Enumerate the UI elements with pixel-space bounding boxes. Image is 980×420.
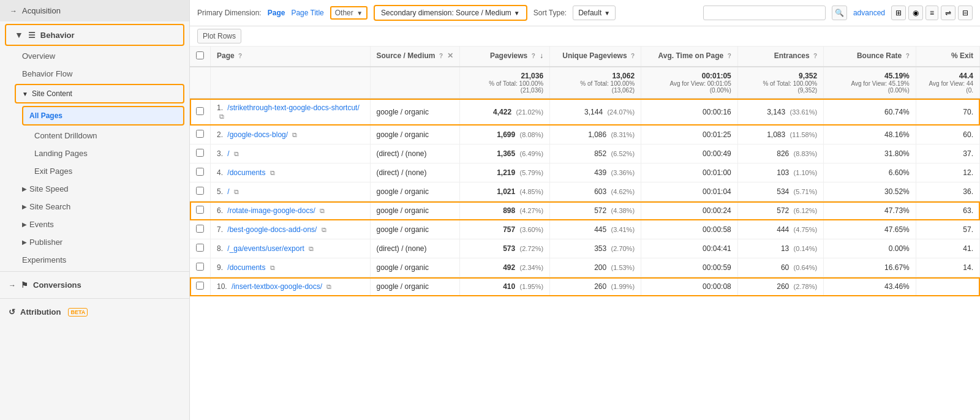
sidebar-item-site-content[interactable]: ▼ Site Content xyxy=(16,85,183,102)
row-checkbox[interactable] xyxy=(196,107,204,115)
row-checkbox[interactable] xyxy=(196,168,204,176)
row-checkbox[interactable] xyxy=(196,282,204,290)
sidebar-item-overview[interactable]: Overview xyxy=(0,47,189,65)
row-checkbox[interactable] xyxy=(196,149,204,157)
sidebar-item-events[interactable]: ▶ Events xyxy=(0,216,189,233)
col-header-avg-time[interactable]: Avg. Time on Page ? xyxy=(641,47,738,67)
page-link[interactable]: /documents xyxy=(227,168,265,177)
row-source-medium: google / organic xyxy=(370,99,460,126)
copy-page-icon[interactable]: ⧉ xyxy=(270,264,275,271)
sidebar-item-behavior-label: Behavior xyxy=(40,31,75,40)
sidebar-item-content-drilldown[interactable]: Content Drilldown xyxy=(0,127,189,144)
entrances-help-icon[interactable]: ? xyxy=(813,53,817,59)
row-pct-exit: 70. xyxy=(916,99,979,126)
row-entrances: 103 (1.10%) xyxy=(737,163,823,182)
copy-page-icon[interactable]: ⧉ xyxy=(234,188,239,195)
select-all-checkbox[interactable] xyxy=(196,51,204,59)
sidebar-item-behavior[interactable]: ▼ ☰ Behavior xyxy=(6,25,183,45)
row-checkbox-cell[interactable] xyxy=(190,277,211,296)
row-checkbox-cell[interactable] xyxy=(190,126,211,144)
advanced-link[interactable]: advanced xyxy=(853,9,885,17)
sidebar-item-all-pages[interactable]: All Pages xyxy=(23,107,183,124)
col-header-pageviews[interactable]: Pageviews ? ↓ xyxy=(460,47,550,67)
row-avg-time: 00:00:49 xyxy=(641,144,738,163)
copy-page-icon[interactable]: ⧉ xyxy=(326,283,331,290)
row-checkbox[interactable] xyxy=(196,244,204,252)
pie-chart-view-button[interactable]: ◉ xyxy=(908,6,923,20)
row-checkbox[interactable] xyxy=(196,206,204,214)
conversions-flag-icon: ⚑ xyxy=(21,280,28,290)
page-link[interactable]: / xyxy=(227,149,229,158)
col-header-bounce-rate[interactable]: Bounce Rate ? xyxy=(824,47,916,67)
secondary-dim-dropdown[interactable]: Secondary dimension: Source / Medium ▼ xyxy=(374,5,527,21)
page-link[interactable]: /rotate-image-google-docs/ xyxy=(227,206,315,215)
unique-pageviews-help-icon[interactable]: ? xyxy=(631,53,635,59)
page-link[interactable]: /_ga/events/user/export xyxy=(227,244,304,253)
pageviews-help-icon[interactable]: ? xyxy=(532,53,535,59)
page-link[interactable]: / xyxy=(227,187,229,196)
dim-page-title-link[interactable]: Page Title xyxy=(291,9,323,17)
page-link[interactable]: /google-docs-blog/ xyxy=(227,130,288,139)
col-header-unique-pageviews[interactable]: Unique Pageviews ? xyxy=(550,47,641,67)
plot-rows-button[interactable]: Plot Rows xyxy=(197,29,241,43)
avg-time-help-icon[interactable]: ? xyxy=(728,53,731,59)
sidebar-item-publisher[interactable]: ▶ Publisher xyxy=(0,233,189,251)
select-all-checkbox-header[interactable] xyxy=(190,47,211,67)
row-checkbox-cell[interactable] xyxy=(190,163,211,182)
row-checkbox-cell[interactable] xyxy=(190,182,211,201)
row-num-page-cell: 8. /_ga/events/user/export ⧉ xyxy=(211,239,371,258)
copy-page-icon[interactable]: ⧉ xyxy=(234,150,239,157)
row-checkbox[interactable] xyxy=(196,187,204,195)
row-pageviews: 1,365 (6.49%) xyxy=(460,144,550,163)
bounce-rate-help-icon[interactable]: ? xyxy=(906,53,910,59)
col-header-entrances[interactable]: Entrances ? xyxy=(737,47,823,67)
sidebar-item-attribution[interactable]: ↺ Attribution BETA xyxy=(0,301,189,323)
row-checkbox-cell[interactable] xyxy=(190,144,211,163)
sidebar-item-exit-pages[interactable]: Exit Pages xyxy=(0,162,189,180)
row-checkbox-cell[interactable] xyxy=(190,201,211,220)
source-medium-help-icon[interactable]: ? xyxy=(439,53,443,59)
copy-page-icon[interactable]: ⧉ xyxy=(309,245,314,252)
page-link[interactable]: /insert-textbox-google-docs/ xyxy=(232,282,322,291)
data-table-view-button[interactable]: ⊞ xyxy=(891,6,906,20)
row-checkbox[interactable] xyxy=(196,130,204,138)
other-dropdown-arrow-icon: ▼ xyxy=(356,10,363,17)
copy-page-icon[interactable]: ⧉ xyxy=(219,113,224,120)
sidebar-item-behavior-flow[interactable]: Behavior Flow xyxy=(0,65,189,83)
sidebar-item-landing-pages[interactable]: Landing Pages xyxy=(0,144,189,162)
data-table-container: Page ? Source / Medium ? ✕ Pageviews ? ↓ xyxy=(190,47,980,420)
sidebar-item-acquisition[interactable]: → Acquisition xyxy=(0,0,189,21)
copy-page-icon[interactable]: ⧉ xyxy=(270,169,275,176)
sidebar-item-site-search[interactable]: ▶ Site Search xyxy=(0,198,189,216)
sidebar-item-conversions[interactable]: → ⚑ Conversions xyxy=(0,274,189,296)
row-unique-pageviews: 260 (1.99%) xyxy=(550,277,641,296)
row-checkbox-cell[interactable] xyxy=(190,220,211,239)
row-checkbox-cell[interactable] xyxy=(190,239,211,258)
copy-page-icon[interactable]: ⧉ xyxy=(322,226,326,233)
source-medium-remove-icon[interactable]: ✕ xyxy=(447,51,453,60)
sidebar-item-experiments[interactable]: Experiments xyxy=(0,251,189,269)
comparison-view-button[interactable]: ⇌ xyxy=(941,6,956,20)
row-checkbox-cell[interactable] xyxy=(190,258,211,277)
page-help-icon[interactable]: ? xyxy=(238,53,242,59)
copy-page-icon[interactable]: ⧉ xyxy=(320,207,325,214)
page-link[interactable]: /documents xyxy=(227,263,265,272)
dim-other-dropdown[interactable]: Other ▼ xyxy=(330,9,368,17)
dim-page-link[interactable]: Page xyxy=(268,9,285,17)
col-header-pct-exit[interactable]: % Exit xyxy=(916,47,979,67)
copy-page-icon[interactable]: ⧉ xyxy=(292,131,297,138)
row-checkbox[interactable] xyxy=(196,225,204,233)
search-input[interactable] xyxy=(703,6,826,20)
bar-chart-view-button[interactable]: ≡ xyxy=(925,6,938,20)
row-source-medium: google / organic xyxy=(370,277,460,296)
dim-other-link[interactable]: Other ▼ xyxy=(330,6,368,20)
sort-type-dropdown[interactable]: Default ▼ xyxy=(573,6,616,20)
sidebar-item-site-speed[interactable]: ▶ Site Speed xyxy=(0,180,189,198)
behavior-toggle-icon: ☰ xyxy=(28,31,36,40)
row-checkbox-cell[interactable] xyxy=(190,99,211,126)
row-checkbox[interactable] xyxy=(196,263,204,271)
page-link[interactable]: /strikethrough-text-google-docs-shortcut… xyxy=(227,103,359,112)
search-button[interactable]: 🔍 xyxy=(832,6,847,20)
page-link[interactable]: /best-google-docs-add-ons/ xyxy=(227,225,317,234)
pivot-view-button[interactable]: ⊟ xyxy=(958,6,973,20)
